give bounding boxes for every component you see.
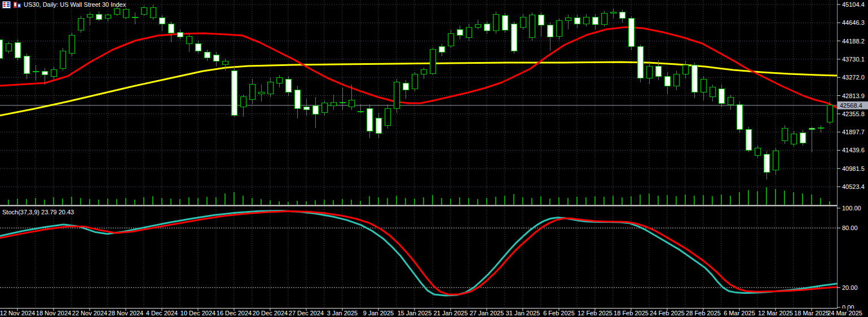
date-tick-label: 28 Feb 2025 — [686, 310, 721, 316]
candle-bull — [276, 78, 282, 83]
candle-bear — [177, 32, 183, 37]
candle-bull — [186, 37, 192, 44]
candle-bull — [141, 7, 147, 14]
candle-bull — [60, 51, 65, 69]
candle-bull — [773, 151, 778, 170]
candle-bull — [331, 103, 336, 106]
candle-bull — [791, 134, 796, 144]
date-tick-label: 12 Feb 2025 — [578, 310, 613, 316]
candle-bear — [511, 24, 517, 51]
price-tick-label: 44188.2 — [842, 38, 865, 45]
candles-window-icon[interactable] — [13, 1, 21, 8]
candle-bull — [583, 17, 589, 24]
price-tick-label: 42813.9 — [842, 93, 865, 99]
date-tick-label: 6 Feb 2025 — [543, 310, 575, 316]
candle-bull — [33, 72, 38, 72]
candle-bull — [114, 8, 120, 14]
stoch-tick-label: 100.00 — [842, 205, 861, 212]
candle-bull — [556, 21, 562, 37]
candle-bull — [448, 34, 453, 46]
candle-bear — [439, 47, 444, 52]
candle-bull — [430, 50, 435, 73]
candle-bear — [737, 104, 742, 130]
date-tick-label: 18 Feb 2025 — [614, 310, 649, 316]
date-tick-label: 31 Jan 2025 — [506, 310, 540, 316]
price-tick-label: 43272.0 — [842, 74, 865, 81]
date-tick-label: 9 Jan 2025 — [363, 310, 394, 316]
candle-bear — [719, 89, 724, 103]
candle-bear — [312, 106, 318, 115]
pane-separator[interactable] — [0, 205, 868, 206]
candle-bull — [827, 105, 832, 122]
candle-bull — [132, 17, 138, 17]
date-tick-label: 24 Mar 2025 — [827, 310, 862, 316]
date-tick-label: 20 Dec 2024 — [253, 310, 288, 316]
candle-bull — [340, 103, 345, 103]
candle-bear — [303, 107, 309, 110]
date-tick-label: 3 Jan 2025 — [327, 310, 358, 316]
date-tick-label: 21 Jan 2025 — [434, 310, 468, 316]
candle-bear — [213, 55, 219, 61]
candle-bull — [51, 69, 56, 76]
trading-chart-window: 45104.444646.344188.243730.143272.042813… — [0, 0, 868, 317]
date-tick-label: 15 Jan 2025 — [398, 310, 432, 316]
candle-bear — [294, 90, 300, 109]
candle-bull — [267, 82, 273, 94]
report-window-icon[interactable] — [2, 1, 11, 8]
candle-bull — [728, 98, 733, 105]
candle-bull — [565, 18, 571, 21]
candle-bull — [249, 85, 255, 100]
candle-bull — [240, 97, 246, 107]
candle-bear — [764, 155, 769, 173]
price-tick-label: 45104.4 — [842, 1, 865, 8]
candle-bear — [195, 44, 201, 51]
candle-bull — [358, 112, 363, 112]
candle-bull — [222, 61, 228, 65]
candle-bear — [457, 29, 462, 35]
candle-bull — [529, 15, 535, 38]
candle-bear — [574, 18, 580, 24]
candle-bear — [619, 12, 625, 19]
date-tick-label: 6 Mar 2025 — [724, 310, 755, 316]
candle-bear — [159, 17, 165, 24]
candle-bear — [746, 130, 751, 150]
price-tick-label: 40981.5 — [842, 165, 865, 172]
date-tick-label: 16 Dec 2024 — [217, 310, 252, 316]
candle-bull — [646, 67, 652, 78]
candle-bear — [637, 46, 643, 78]
stoch-tick-label: 80.00 — [842, 224, 858, 231]
candle-bear — [285, 79, 291, 92]
candle-bull — [412, 74, 417, 89]
candle-bull — [6, 44, 11, 51]
date-tick-label: 27 Dec 2024 — [289, 310, 324, 316]
candle-bull — [258, 92, 264, 94]
candle-bull — [78, 18, 83, 30]
candle-bear — [691, 65, 697, 92]
candle-bear — [800, 133, 805, 143]
date-tick-label: 18 Mar 2025 — [794, 310, 829, 316]
date-tick-label: 4 Dec 2024 — [146, 310, 178, 316]
candle-bear — [809, 129, 814, 130]
candle-bull — [150, 7, 156, 17]
candle-bull — [421, 69, 426, 74]
candle-bull — [475, 24, 481, 27]
candle-bear — [231, 71, 237, 116]
chart-title: US30, Daily: US Wall Street 30 Index — [24, 1, 126, 8]
date-tick-label: 27 Jan 2025 — [470, 310, 504, 316]
price-tick-label: 43730.1 — [842, 56, 865, 63]
price-axis[interactable] — [837, 0, 868, 309]
candle-bull — [520, 17, 526, 27]
candle-bull — [349, 100, 354, 107]
candle-bull — [610, 12, 616, 14]
candle-bear — [664, 76, 670, 86]
date-tick-label: 24 Feb 2025 — [650, 310, 685, 316]
date-tick-label: 22 Nov 2024 — [72, 310, 107, 316]
chart-canvas: 45104.444646.344188.243730.143272.042813… — [0, 0, 868, 317]
price-tick-label: 44646.3 — [842, 19, 865, 26]
candle-bear — [502, 16, 508, 30]
candle-bull — [69, 35, 74, 54]
candle-bear — [24, 56, 29, 73]
candle-bull — [493, 14, 499, 31]
date-tick-label: 12 Mar 2025 — [758, 310, 793, 316]
candle-bull — [673, 74, 679, 86]
